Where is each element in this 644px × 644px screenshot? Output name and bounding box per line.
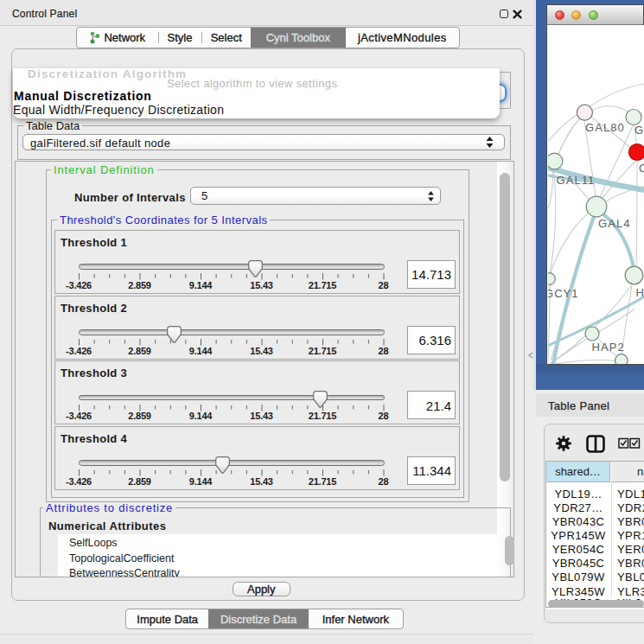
svg-text:GAL80: GAL80 bbox=[585, 121, 625, 134]
svg-text:HAP2: HAP2 bbox=[592, 340, 625, 353]
svg-text:GCY1: GCY1 bbox=[548, 286, 579, 299]
svg-text:HI: HI bbox=[636, 286, 644, 299]
svg-text:C: C bbox=[639, 161, 644, 174]
svg-text:GAL11: GAL11 bbox=[557, 173, 596, 186]
svg-text:GAL4: GAL4 bbox=[598, 217, 630, 230]
svg-text:GA: GA bbox=[634, 124, 644, 137]
